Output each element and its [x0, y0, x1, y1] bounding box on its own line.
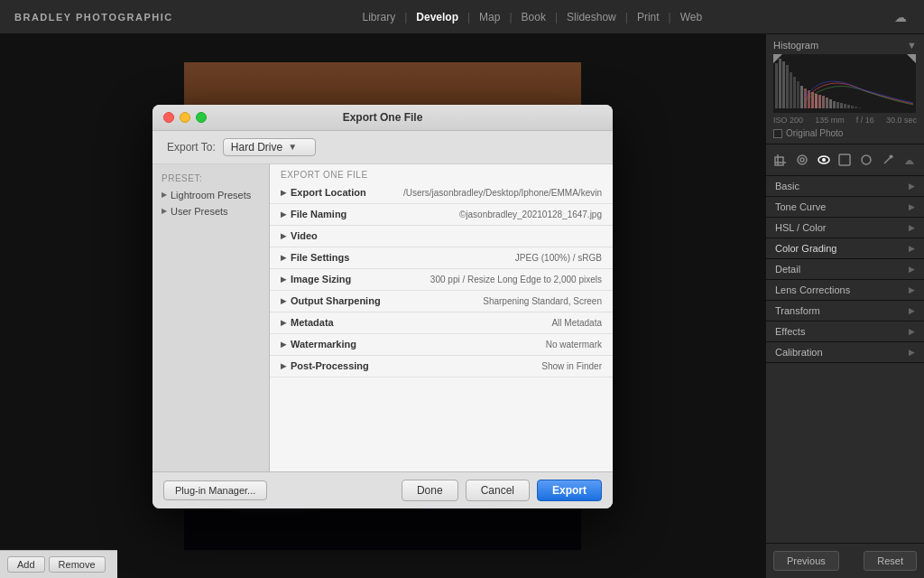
- cancel-button[interactable]: Cancel: [466, 480, 530, 501]
- svg-rect-23: [829, 99, 832, 108]
- watermarking-arrow: ▶: [281, 340, 286, 349]
- histogram-menu-icon[interactable]: ▼: [907, 40, 917, 51]
- file-settings-row[interactable]: ▶ File Settings JPEG (100%) / sRGB: [270, 247, 613, 269]
- red-eye-tool[interactable]: [814, 150, 834, 170]
- post-processing-value: Show in Finder: [541, 361, 602, 371]
- output-sharpening-label: Output Sharpening: [291, 295, 381, 306]
- color-grading-panel-section[interactable]: Color Grading ▶: [766, 238, 924, 259]
- nav-menu: Library | Develop | Map | Book | Slidesh…: [353, 11, 711, 23]
- lens-arrow: ▶: [909, 285, 915, 294]
- focal-value: 135 mm: [815, 116, 845, 125]
- detail-panel-section[interactable]: Detail ▶: [766, 259, 924, 280]
- post-processing-row[interactable]: ▶ Post-Processing Show in Finder: [270, 356, 613, 378]
- export-location-row[interactable]: ▶ Export Location /Users/jasonbradley/De…: [270, 182, 613, 204]
- output-sharpening-value: Sharpening Standard, Screen: [483, 296, 602, 306]
- svg-rect-30: [855, 107, 857, 108]
- output-sharpening-arrow: ▶: [281, 297, 286, 305]
- transform-arrow: ▶: [909, 306, 915, 315]
- post-processing-arrow: ▶: [281, 362, 286, 370]
- tool-icons-row: [766, 144, 924, 176]
- watermarking-row[interactable]: ▶ Watermarking No watermark: [270, 334, 613, 356]
- file-settings-value: JPEG (100%) / sRGB: [515, 253, 602, 263]
- file-naming-row[interactable]: ▶ File Naming ©jasonbradley_20210128_164…: [270, 204, 613, 226]
- export-button[interactable]: Export: [537, 480, 602, 501]
- tone-curve-arrow: ▶: [909, 202, 915, 211]
- panel-sections: Basic ▶ Tone Curve ▶ HSL / Color ▶ Color…: [766, 176, 924, 363]
- original-photo-checkbox[interactable]: [773, 129, 782, 138]
- output-sharpening-row[interactable]: ▶ Output Sharpening Sharpening Standard,…: [270, 291, 613, 312]
- calibration-panel-section[interactable]: Calibration ▶: [766, 342, 924, 363]
- metadata-row[interactable]: ▶ Metadata All Metadata: [270, 312, 613, 334]
- modal-overlay: Export One File Export To: Hard Drive ▼ …: [0, 34, 765, 578]
- lightroom-presets-arrow: ▶: [162, 191, 167, 199]
- svg-rect-21: [822, 96, 825, 108]
- basic-panel-section[interactable]: Basic ▶: [766, 176, 924, 197]
- svg-line-41: [884, 157, 891, 163]
- lightroom-presets-item[interactable]: ▶ Lightroom Presets: [152, 187, 269, 203]
- detail-arrow: ▶: [909, 265, 915, 274]
- spot-removal-tool[interactable]: [792, 150, 812, 170]
- nav-library[interactable]: Library: [353, 11, 404, 23]
- metadata-value: All Metadata: [551, 318, 602, 328]
- svg-rect-27: [844, 104, 846, 108]
- original-photo-row: Original Photo: [773, 128, 917, 138]
- graduated-filter-tool[interactable]: [835, 150, 855, 170]
- image-sizing-row[interactable]: ▶ Image Sizing 300 ppi / Resize Long Edg…: [270, 269, 613, 291]
- video-arrow: ▶: [281, 232, 286, 240]
- nav-icons: ☁: [892, 8, 910, 26]
- done-button[interactable]: Done: [402, 480, 458, 501]
- video-row[interactable]: ▶ Video: [270, 226, 613, 247]
- nav-book[interactable]: Book: [513, 11, 555, 23]
- file-settings-arrow: ▶: [281, 254, 286, 262]
- lens-corrections-panel-section[interactable]: Lens Corrections ▶: [766, 280, 924, 301]
- nav-web[interactable]: Web: [671, 11, 711, 23]
- dialog-title: Export One File: [343, 111, 423, 124]
- reset-button[interactable]: Reset: [864, 551, 917, 571]
- nav-map[interactable]: Map: [470, 11, 509, 23]
- hsl-color-panel-section[interactable]: HSL / Color ▶: [766, 218, 924, 238]
- image-sizing-label: Image Sizing: [291, 274, 351, 284]
- svg-rect-22: [826, 98, 828, 108]
- select-arrow-icon: ▼: [288, 142, 297, 152]
- radial-filter-tool[interactable]: [856, 150, 876, 170]
- export-to-select[interactable]: Hard Drive ▼: [223, 138, 316, 156]
- histogram-chart: [773, 54, 916, 113]
- original-photo-label: Original Photo: [786, 128, 843, 138]
- nav-print[interactable]: Print: [628, 11, 669, 23]
- user-presets-item[interactable]: ▶ User Presets: [152, 203, 269, 219]
- video-label: Video: [291, 230, 318, 241]
- minimize-button[interactable]: [180, 112, 190, 123]
- cloud-icon[interactable]: ☁: [892, 8, 910, 26]
- svg-rect-8: [775, 63, 778, 108]
- metadata-label: Metadata: [291, 317, 334, 328]
- histogram-header: Histogram ▼: [773, 40, 917, 51]
- histogram-info: ISO 200 135 mm f / 16 30.0 sec: [773, 116, 917, 125]
- svg-rect-13: [793, 77, 796, 108]
- tone-curve-panel-section[interactable]: Tone Curve ▶: [766, 197, 924, 218]
- effects-panel-section[interactable]: Effects ▶: [766, 322, 924, 342]
- dialog-titlebar: Export One File: [152, 105, 613, 131]
- user-presets-label: User Presets: [171, 206, 228, 217]
- maximize-button[interactable]: [196, 112, 207, 123]
- svg-rect-14: [797, 81, 799, 108]
- plugin-manager-button[interactable]: Plug-in Manager...: [163, 480, 267, 500]
- svg-rect-12: [790, 72, 792, 108]
- range-mask-tool[interactable]: [900, 150, 919, 170]
- metadata-arrow: ▶: [281, 319, 286, 327]
- close-button[interactable]: [163, 112, 174, 123]
- histogram-section: Histogram ▼: [766, 34, 924, 144]
- crop-tool[interactable]: [771, 150, 790, 170]
- basic-arrow: ▶: [909, 182, 915, 191]
- preset-label: Preset:: [152, 172, 269, 187]
- export-to-value: Hard Drive: [231, 141, 282, 154]
- nav-slideshow[interactable]: Slideshow: [558, 11, 625, 23]
- svg-rect-39: [839, 154, 850, 165]
- previous-button[interactable]: Previous: [773, 551, 839, 571]
- top-bar: BRADLEY PHOTOGRAPHIC Library | Develop |…: [0, 0, 924, 34]
- adjustment-brush-tool[interactable]: [878, 150, 898, 170]
- image-sizing-arrow: ▶: [281, 275, 286, 284]
- svg-rect-28: [847, 105, 850, 108]
- nav-develop[interactable]: Develop: [407, 11, 467, 23]
- dialog-sidebar: Preset: ▶ Lightroom Presets ▶ User Prese…: [152, 164, 270, 471]
- transform-panel-section[interactable]: Transform ▶: [766, 301, 924, 322]
